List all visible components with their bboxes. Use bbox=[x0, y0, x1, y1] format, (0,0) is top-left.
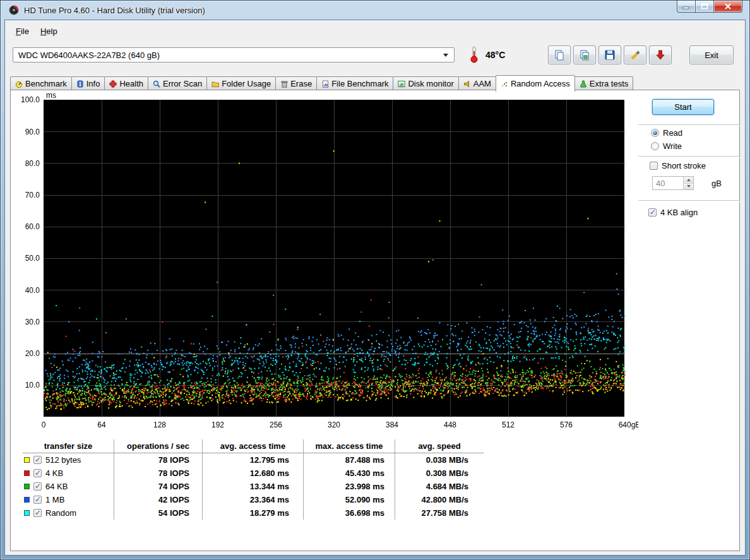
series-checkbox[interactable] bbox=[33, 469, 42, 477]
avg-access-value: 23.364 ms bbox=[203, 493, 304, 506]
max-access-value: 52.090 ms bbox=[304, 493, 395, 506]
tab-health[interactable]: Health bbox=[104, 76, 148, 90]
short-stroke-checkbox[interactable] bbox=[650, 162, 658, 170]
series-color-swatch bbox=[24, 497, 30, 503]
health-cross-icon bbox=[109, 80, 117, 88]
menu-bar: File Help bbox=[10, 25, 63, 38]
avg-speed-value: 4.684 MB/s bbox=[395, 480, 484, 493]
max-access-value: 36.698 ms bbox=[304, 506, 395, 520]
copy-screenshot-button[interactable] bbox=[573, 45, 596, 64]
series-label: 4 KB bbox=[45, 468, 63, 478]
series-label: Random bbox=[45, 508, 76, 518]
start-button[interactable]: Start bbox=[652, 99, 714, 115]
ops-value: 78 IOPS bbox=[114, 467, 203, 480]
short-stroke-size-field bbox=[652, 176, 694, 190]
separator bbox=[638, 124, 741, 126]
avg-speed-value: 0.038 MB/s bbox=[395, 453, 484, 467]
tab-label: Error Scan bbox=[163, 79, 202, 88]
series-checkbox[interactable] bbox=[33, 509, 42, 517]
tab-label: Extra tests bbox=[590, 79, 628, 88]
spinner-up-button[interactable] bbox=[684, 177, 693, 184]
title-bar[interactable]: HD Tune Pro 4.60 - Hard Disk Utility (tr… bbox=[0, 0, 750, 20]
col-header-avg-access: avg. access time bbox=[203, 439, 304, 453]
tab-disk-monitor[interactable]: Disk monitor bbox=[393, 76, 458, 90]
minimize-button[interactable] bbox=[677, 1, 696, 13]
tab-erase[interactable]: Erase bbox=[275, 76, 317, 90]
avg-access-value: 12.795 ms bbox=[203, 453, 304, 467]
scatter-dots-icon bbox=[501, 80, 508, 88]
series-color-swatch bbox=[24, 457, 30, 463]
exit-button[interactable]: Exit bbox=[689, 45, 734, 64]
table-row: 4 KB 78 IOPS 12.680 ms 45.430 ms 0.308 M… bbox=[23, 467, 484, 480]
write-radio[interactable] bbox=[651, 142, 659, 150]
table-row: 512 bytes 78 IOPS 12.795 ms 87.488 ms 0.… bbox=[23, 453, 484, 467]
results-table: transfer size operations / sec avg. acce… bbox=[23, 439, 484, 520]
up-arrow-icon bbox=[687, 179, 691, 181]
col-header-avg-speed: avg. speed bbox=[395, 439, 484, 453]
app-icon bbox=[9, 5, 19, 15]
series-color-swatch bbox=[24, 470, 30, 476]
maximize-button[interactable] bbox=[696, 1, 713, 13]
window-title: HD Tune Pro 4.60 - Hard Disk Utility (tr… bbox=[24, 6, 205, 15]
info-icon bbox=[76, 80, 84, 88]
series-color-swatch bbox=[24, 484, 30, 489]
close-button[interactable] bbox=[713, 1, 742, 13]
temperature-value: 48°C bbox=[485, 50, 505, 60]
series-checkbox[interactable] bbox=[33, 482, 42, 491]
short-stroke-option[interactable]: Short stroke bbox=[650, 161, 706, 170]
tab-file-benchmark[interactable]: File Benchmark bbox=[316, 76, 393, 90]
series-checkbox[interactable] bbox=[33, 456, 42, 464]
chevron-down-icon bbox=[443, 54, 448, 57]
write-label: Write bbox=[663, 141, 682, 151]
write-option[interactable]: Write bbox=[651, 141, 682, 151]
drive-selector-value: WDC WD6400AAKS-22A7B2 (640 gB) bbox=[18, 51, 160, 60]
align-option[interactable]: 4 KB align bbox=[648, 208, 698, 217]
read-radio[interactable] bbox=[651, 129, 659, 137]
read-label: Read bbox=[663, 128, 682, 138]
options-button[interactable] bbox=[624, 45, 646, 64]
menu-file[interactable]: File bbox=[10, 25, 35, 38]
copy-icon bbox=[553, 49, 566, 61]
read-option[interactable]: Read bbox=[651, 128, 682, 138]
menu-help[interactable]: Help bbox=[35, 25, 63, 38]
table-row: 64 KB 74 IOPS 13.344 ms 23.998 ms 4.684 … bbox=[23, 480, 484, 493]
tab-error-scan[interactable]: Error Scan bbox=[148, 76, 207, 90]
close-icon bbox=[724, 3, 732, 9]
save-results-button[interactable] bbox=[649, 45, 672, 64]
tab-benchmark[interactable]: Benchmark bbox=[10, 76, 72, 90]
avg-speed-value: 27.758 MB/s bbox=[395, 506, 484, 520]
series-color-swatch bbox=[24, 510, 30, 516]
col-header-max-access: max. access time bbox=[304, 439, 395, 453]
series-label: 64 KB bbox=[45, 482, 68, 491]
series-checkbox[interactable] bbox=[33, 496, 42, 504]
ops-value: 42 IOPS bbox=[114, 493, 203, 506]
avg-speed-value: 42.800 MB/s bbox=[395, 493, 484, 506]
drive-selector[interactable]: WDC WD6400AAKS-22A7B2 (640 gB) bbox=[13, 47, 455, 63]
col-header-transfer-size: transfer size bbox=[23, 439, 114, 453]
save-screenshot-button[interactable] bbox=[598, 45, 621, 64]
tab-random-access[interactable]: Random Access bbox=[496, 75, 575, 92]
tab-label: Erase bbox=[290, 79, 312, 88]
tab-extra-tests[interactable]: Extra tests bbox=[574, 76, 633, 90]
tab-aam[interactable]: AAM bbox=[458, 76, 496, 90]
tab-info[interactable]: Info bbox=[71, 76, 105, 90]
minimize-icon bbox=[682, 3, 690, 9]
spinner-down-button[interactable] bbox=[684, 184, 693, 190]
separator bbox=[638, 156, 741, 157]
tab-folder-usage[interactable]: Folder Usage bbox=[206, 76, 276, 90]
align-label: 4 KB align bbox=[660, 208, 698, 217]
short-stroke-size-input[interactable] bbox=[653, 177, 683, 189]
down-arrow-icon bbox=[687, 185, 691, 188]
avg-access-value: 18.279 ms bbox=[203, 506, 304, 520]
align-checkbox[interactable] bbox=[648, 208, 657, 217]
tab-label: File Benchmark bbox=[331, 79, 388, 88]
pages-icon bbox=[578, 49, 591, 61]
tab-label: Folder Usage bbox=[222, 79, 271, 88]
temperature-icon bbox=[470, 45, 479, 65]
tab-label: Random Access bbox=[511, 79, 570, 88]
copy-info-button[interactable] bbox=[548, 45, 571, 64]
short-stroke-unit-label: gB bbox=[711, 179, 722, 188]
tab-label: Benchmark bbox=[25, 79, 67, 88]
series-label: 512 bytes bbox=[45, 455, 81, 465]
folder-icon bbox=[211, 80, 219, 88]
